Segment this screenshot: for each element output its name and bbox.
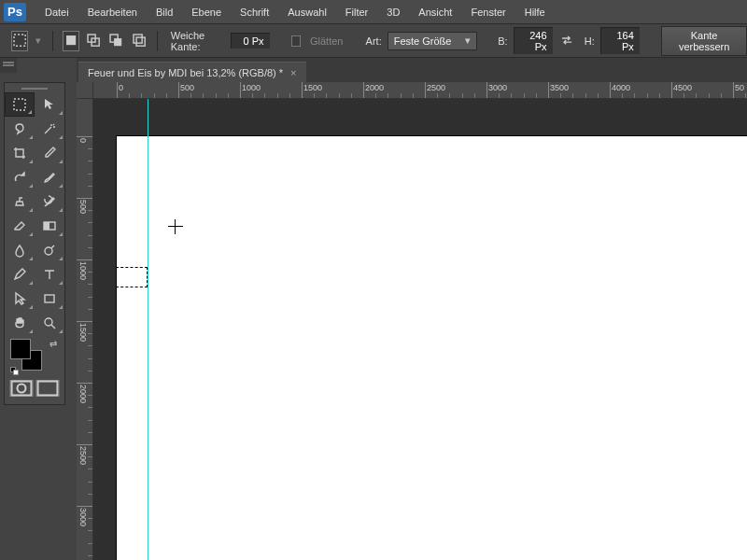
ruler-h-label: 4500 [673, 83, 692, 92]
work-area: 05001000150020002500300035004000450050 0… [77, 82, 747, 560]
ruler-horizontal[interactable]: 05001000150020002500300035004000450050 [93, 82, 747, 99]
tool-type[interactable] [35, 262, 64, 287]
menu-datei[interactable]: Datei [35, 3, 78, 21]
ruler-h-label: 500 [180, 83, 194, 92]
svg-rect-16 [38, 382, 58, 396]
svg-rect-8 [14, 99, 25, 110]
svg-rect-1 [66, 35, 76, 45]
style-select[interactable]: Feste Größe▾ [388, 32, 477, 50]
selection-new-icon[interactable] [63, 31, 79, 51]
ruler-h-label: 2000 [365, 83, 384, 92]
tool-blur[interactable] [5, 238, 35, 262]
menu-auswahl[interactable]: Auswahl [278, 3, 336, 21]
ruler-h-label: 1500 [303, 83, 322, 92]
selection-intersect-icon[interactable] [131, 31, 148, 51]
tools-panel: ⇄ [4, 82, 65, 405]
menu-schrift[interactable]: Schrift [231, 3, 278, 21]
crosshair-cursor-icon [168, 219, 183, 234]
svg-rect-5 [115, 38, 122, 46]
svg-rect-6 [134, 35, 142, 43]
height-label: H: [585, 35, 595, 47]
menu-ebene[interactable]: Ebene [182, 3, 231, 21]
selection-add-icon[interactable] [85, 31, 102, 51]
tool-spot-heal[interactable] [5, 165, 35, 189]
ruler-v-label: 500 [78, 200, 88, 214]
menubar: Ps Datei Bearbeiten Bild Ebene Schrift A… [0, 0, 747, 24]
tool-pen[interactable] [5, 262, 35, 287]
tool-brush[interactable] [35, 165, 64, 189]
tool-path-select[interactable] [5, 287, 35, 311]
height-input[interactable]: 164 Px [600, 27, 640, 54]
tool-move[interactable] [35, 92, 64, 117]
close-icon[interactable]: × [290, 67, 296, 78]
svg-rect-7 [136, 37, 145, 46]
tool-dodge[interactable] [35, 238, 64, 262]
menu-ansicht[interactable]: Ansicht [409, 3, 461, 21]
feather-label: Weiche Kante: [171, 30, 225, 52]
style-label: Art: [366, 35, 382, 47]
tool-rectangular-marquee[interactable] [5, 92, 35, 117]
document-tab-bar: Feuer und Eis by MDI bei 13,2% (RGB/8) *… [77, 58, 747, 82]
svg-rect-10 [44, 222, 49, 230]
default-colors-icon[interactable] [10, 367, 20, 376]
tool-eraser[interactable] [5, 214, 35, 238]
tool-preset-marquee-icon[interactable] [11, 31, 28, 51]
tool-zoom[interactable] [35, 311, 64, 335]
document-tab[interactable]: Feuer und Eis by MDI bei 13,2% (RGB/8) *… [78, 62, 306, 82]
width-label: B: [498, 35, 507, 47]
svg-rect-12 [45, 295, 54, 302]
guide-vertical[interactable] [148, 99, 148, 560]
app-logo: Ps [4, 3, 26, 21]
menu-3d[interactable]: 3D [377, 3, 409, 21]
refine-edge-button[interactable]: Kante verbessern [661, 26, 747, 56]
screenmode-icon[interactable] [35, 380, 60, 397]
document-view[interactable] [93, 99, 747, 560]
svg-point-13 [45, 318, 52, 326]
tool-rectangle[interactable] [35, 287, 64, 311]
ruler-v-label: 2500 [78, 446, 88, 465]
ruler-v-label: 3000 [78, 508, 88, 526]
svg-point-11 [45, 247, 52, 255]
tool-eyedropper[interactable] [35, 141, 64, 165]
tool-history-brush[interactable] [35, 189, 64, 214]
tool-clone-stamp[interactable] [5, 189, 35, 214]
tool-lasso[interactable] [5, 117, 35, 141]
ruler-v-label: 0 [78, 138, 88, 143]
swap-wh-icon[interactable] [558, 31, 575, 51]
antialias-checkbox[interactable] [291, 35, 301, 47]
tool-magic-wand[interactable] [35, 117, 64, 141]
antialias-label: Glätten [310, 35, 343, 47]
tools-grip[interactable] [5, 85, 64, 92]
feather-input[interactable]: 0 Px [231, 33, 270, 49]
foreground-swatch[interactable] [10, 339, 31, 359]
swatches: ⇄ [10, 339, 59, 376]
menu-bearbeiten[interactable]: Bearbeiten [78, 3, 147, 21]
menu-fenster[interactable]: Fenster [461, 3, 514, 21]
dropdown-caret-icon[interactable]: ▾ [35, 35, 41, 47]
ruler-h-label: 0 [119, 83, 123, 92]
document-tab-title: Feuer und Eis by MDI bei 13,2% (RGB/8) * [88, 67, 283, 78]
tool-hand[interactable] [5, 311, 35, 335]
quickmask-icon[interactable] [9, 380, 34, 397]
tool-gradient[interactable] [35, 214, 64, 238]
tool-crop[interactable] [5, 141, 35, 165]
panel-collapse-grip[interactable] [0, 58, 17, 73]
ruler-vertical[interactable]: 050010001500200025003000 [77, 99, 93, 560]
marquee-selection[interactable] [116, 267, 148, 287]
menu-filter[interactable]: Filter [336, 3, 377, 21]
ruler-h-label: 3000 [488, 83, 507, 92]
ruler-v-label: 1500 [78, 323, 88, 342]
ruler-origin[interactable] [77, 82, 93, 99]
swap-colors-icon[interactable]: ⇄ [49, 339, 57, 349]
ruler-h-label: 4000 [612, 83, 630, 92]
ruler-h-label: 1000 [242, 83, 261, 92]
menu-hilfe[interactable]: Hilfe [515, 3, 555, 21]
canvas[interactable] [117, 136, 747, 560]
ruler-h-label: 2500 [427, 83, 445, 92]
ruler-h-label: 3500 [550, 83, 569, 92]
width-input[interactable]: 246 Px [514, 27, 553, 54]
ruler-v-label: 2000 [78, 385, 88, 403]
svg-rect-0 [14, 35, 25, 46]
selection-subtract-icon[interactable] [107, 31, 124, 51]
menu-bild[interactable]: Bild [147, 3, 182, 21]
